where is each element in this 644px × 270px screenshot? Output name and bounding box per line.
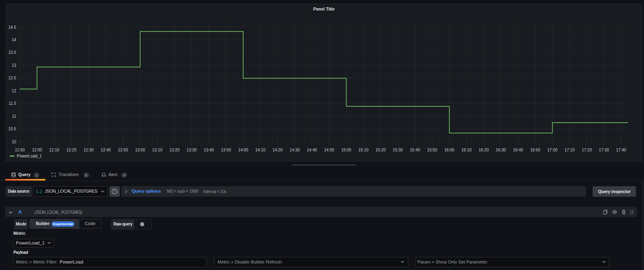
svg-text:{: { [36,189,38,193]
svg-text:?: ? [113,189,115,193]
svg-text:}: } [40,189,42,193]
